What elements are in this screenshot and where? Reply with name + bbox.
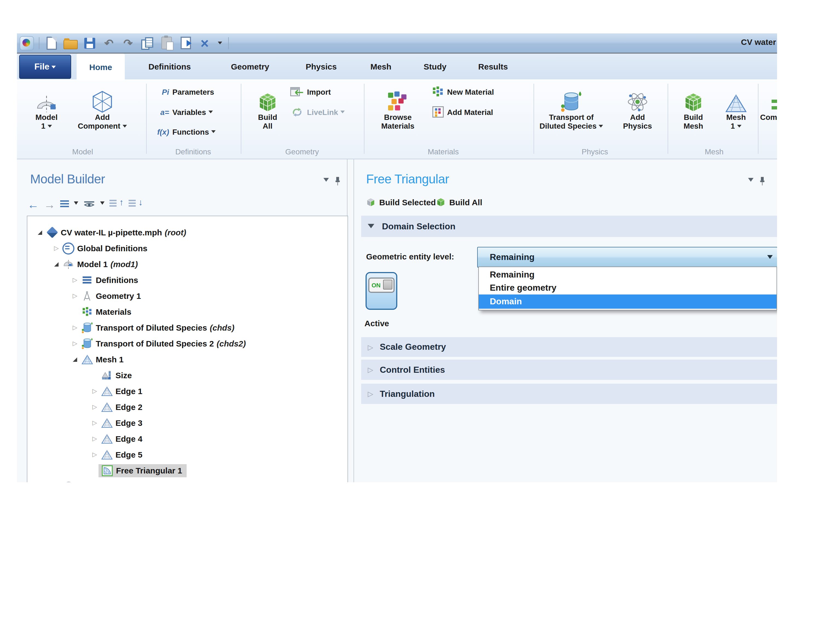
import-button[interactable]: Import: [286, 85, 331, 98]
expander-collapsed-icon[interactable]: ▷: [71, 277, 79, 283]
toolbar-dropdown-button[interactable]: [217, 36, 223, 50]
forward-arrow-icon[interactable]: →: [44, 197, 55, 211]
mesh-1-button[interactable]: Mesh 1: [709, 88, 763, 130]
tab-definitions[interactable]: Definitions: [138, 54, 201, 79]
expander-collapsed-icon[interactable]: ▷: [91, 420, 98, 426]
tree-row-mesh-1[interactable]: Mesh 1: [27, 351, 347, 367]
tree-row-global-definitions[interactable]: ▷ Global Definitions: [27, 240, 347, 256]
expander-collapsed-icon[interactable]: ▷: [71, 293, 79, 299]
tab-physics[interactable]: Physics: [294, 54, 348, 79]
model-builder-toolbar: ← → ↑ ↓: [27, 197, 143, 211]
move-up-icon[interactable]: ↑: [109, 197, 124, 211]
tree-row-edge-1[interactable]: ▷ Edge 1: [27, 383, 347, 399]
option-domain[interactable]: Domain: [479, 294, 777, 309]
tree-row-edge-2[interactable]: ▷ Edge 2: [27, 399, 347, 415]
expander-collapsed-icon[interactable]: ▷: [52, 245, 60, 251]
move-down-icon[interactable]: ↓: [129, 197, 143, 211]
variables-button[interactable]: a= Variables: [152, 106, 213, 118]
tree-row-materials[interactable]: Materials: [27, 304, 347, 320]
chevron-down-icon[interactable]: [74, 197, 78, 211]
tree-row-transport-species-2[interactable]: ▷ Transport of Diluted Species 2(chds2): [27, 336, 347, 351]
global-definitions-icon: [62, 242, 74, 254]
section-control-entities[interactable]: ▷ Control Entities: [361, 360, 777, 380]
tab-results[interactable]: Results: [464, 54, 522, 79]
entity-level-dropdown-list: Remaining Entire geometry Domain: [478, 267, 777, 310]
tree-row-edge-5[interactable]: ▷ Edge 5: [27, 447, 347, 463]
browse-materials-button[interactable]: Browse Materials: [371, 88, 425, 130]
section-domain-selection[interactable]: Domain Selection: [361, 216, 777, 237]
diluted-species-icon: [81, 338, 93, 349]
expander-collapsed-icon[interactable]: ▷: [71, 341, 79, 346]
compute-button[interactable]: Compute: [760, 88, 777, 122]
tab-mesh[interactable]: Mesh: [358, 54, 404, 79]
undo-button[interactable]: ↶: [102, 36, 116, 50]
back-arrow-icon[interactable]: ←: [27, 197, 39, 211]
livelink-button[interactable]: LiveLink: [286, 106, 345, 118]
functions-button[interactable]: f(x) Functions: [152, 125, 216, 138]
open-file-button[interactable]: [63, 36, 78, 50]
tree-row-transport-species-1[interactable]: ▷ Transport of Diluted Species(chds): [27, 320, 347, 336]
tree-row-clipped[interactable]: ▷ Study 1: [27, 478, 347, 482]
geometric-entity-level-select[interactable]: Remaining: [477, 247, 777, 268]
tree-row-definitions[interactable]: ▷ Definitions: [27, 272, 347, 288]
panel-menu-icon[interactable]: [748, 178, 753, 185]
parameters-button[interactable]: Pi Parameters: [152, 85, 214, 98]
pin-icon[interactable]: [759, 176, 766, 186]
paste-button[interactable]: [159, 36, 174, 50]
group-separator: [534, 84, 534, 154]
model-1-button[interactable]: Model 1: [19, 88, 74, 130]
group-separator: [364, 84, 365, 154]
add-material-button[interactable]: Add Material: [426, 106, 493, 118]
panel-splitter[interactable]: [354, 159, 354, 482]
build-all-button-settings[interactable]: Build All: [436, 197, 482, 207]
chevron-down-icon[interactable]: [100, 197, 104, 211]
pin-icon[interactable]: [334, 176, 341, 186]
expander-collapsed-icon[interactable]: ▷: [91, 436, 98, 442]
expander-open-icon[interactable]: [36, 230, 44, 235]
file-menu-button[interactable]: File: [19, 55, 71, 79]
edge-mesh-icon: [101, 385, 113, 397]
section-triangulation[interactable]: ▷ Triangulation: [361, 384, 777, 404]
tab-home[interactable]: Home: [77, 54, 125, 81]
tree-rows-icon[interactable]: [60, 197, 69, 211]
expander-collapsed-icon[interactable]: ▷: [91, 452, 98, 458]
tree-row-edge-3[interactable]: ▷ Edge 3: [27, 415, 347, 431]
edge-mesh-icon: [101, 433, 113, 445]
transport-diluted-species-button[interactable]: Transport of Diluted Species: [536, 88, 607, 130]
option-entire-geometry[interactable]: Entire geometry: [479, 281, 777, 294]
add-physics-button[interactable]: Add Physics: [610, 88, 665, 130]
expander-collapsed-icon[interactable]: ▷: [91, 404, 98, 410]
add-component-button[interactable]: Add Component: [75, 88, 130, 130]
option-remaining[interactable]: Remaining: [479, 268, 777, 281]
tree-row-edge-4[interactable]: ▷ Edge 4: [27, 431, 347, 447]
comsol-window: ↶ ↷ × CV water File Home Definitions Geo…: [17, 33, 777, 482]
expander-collapsed-icon[interactable]: ▷: [71, 325, 79, 331]
redo-button[interactable]: ↷: [121, 36, 135, 50]
new-file-button[interactable]: [44, 36, 58, 50]
expander-open-icon[interactable]: [71, 357, 79, 362]
tree-row-geometry-1[interactable]: ▷ Geometry 1: [27, 288, 347, 304]
tree-row-free-triangular-1[interactable]: Free Triangular 1: [27, 463, 347, 478]
tab-study[interactable]: Study: [411, 54, 459, 79]
tree-row-size[interactable]: Size: [27, 367, 347, 383]
expander-open-icon[interactable]: [52, 262, 60, 266]
panel-menu-icon[interactable]: [324, 178, 329, 185]
model-icon: [19, 88, 74, 113]
active-toggle-button[interactable]: ON: [366, 272, 397, 310]
section-scale-geometry[interactable]: ▷ Scale Geometry: [361, 337, 777, 357]
tree-row-root[interactable]: CV water-IL µ-pipette.mph(root): [27, 224, 347, 240]
duplicate-button[interactable]: [178, 36, 193, 50]
tree-row-model-1[interactable]: Model 1(mod1): [27, 256, 347, 272]
section-collapsed-icon: ▷: [368, 366, 373, 373]
save-button[interactable]: [83, 36, 97, 50]
show-eye-icon[interactable]: [83, 197, 95, 211]
expander-collapsed-icon[interactable]: ▷: [91, 388, 98, 394]
build-selected-button[interactable]: Build Selected: [366, 197, 436, 207]
selected-tree-item[interactable]: Free Triangular 1: [98, 464, 186, 477]
delete-button[interactable]: ×: [197, 36, 212, 50]
new-material-button[interactable]: New Material: [426, 85, 494, 98]
copy-button[interactable]: [140, 36, 154, 50]
tab-geometry[interactable]: Geometry: [218, 54, 283, 79]
on-off-switch: ON: [368, 278, 395, 293]
chevron-down-icon: [767, 255, 773, 262]
